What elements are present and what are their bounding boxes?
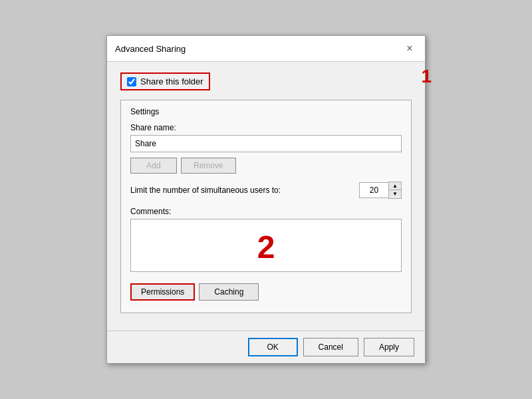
annotation-1: 1 <box>421 66 432 87</box>
caching-button[interactable]: Caching <box>199 283 259 301</box>
share-folder-row: Share this folder 1 <box>120 72 412 90</box>
user-limit-input[interactable] <box>359 182 388 198</box>
share-folder-text: Share this folder <box>140 76 203 86</box>
remove-button[interactable]: Remove <box>181 158 236 174</box>
dialog-title: Advanced Sharing <box>115 44 186 54</box>
share-name-label: Share name: <box>130 123 402 132</box>
comments-area: 2 <box>130 219 402 274</box>
apply-button[interactable]: Apply <box>364 338 414 356</box>
add-remove-row: Add Remove <box>130 158 402 174</box>
advanced-sharing-dialog: Advanced Sharing × Share this folder 1 S… <box>106 35 426 364</box>
dialog-footer: OK Cancel Apply <box>107 331 425 363</box>
spinner-down-button[interactable]: ▼ <box>389 190 401 198</box>
comments-label: Comments: <box>130 207 402 216</box>
add-button[interactable]: Add <box>130 158 177 174</box>
permissions-button[interactable]: Permissions <box>130 283 195 301</box>
spinner-up-button[interactable]: ▲ <box>389 182 401 190</box>
comments-textarea[interactable] <box>130 219 402 272</box>
ok-button[interactable]: OK <box>248 338 298 356</box>
limit-row: Limit the number of simultaneous users t… <box>130 182 402 199</box>
dialog-body: Share this folder 1 Settings Share name:… <box>107 62 425 331</box>
user-limit-spinner: ▲ ▼ <box>359 182 402 199</box>
limit-label: Limit the number of simultaneous users t… <box>130 186 281 195</box>
title-bar: Advanced Sharing × <box>107 36 425 62</box>
settings-legend: Settings <box>130 107 402 116</box>
share-name-input[interactable] <box>130 135 402 152</box>
share-folder-label[interactable]: Share this folder <box>120 72 210 90</box>
close-button[interactable]: × <box>402 41 417 56</box>
perms-caching-row: Permissions Caching <box>130 283 402 301</box>
settings-group: Settings Share name: Add Remove Limit th… <box>120 100 412 313</box>
spinner-buttons: ▲ ▼ <box>388 182 402 199</box>
cancel-button[interactable]: Cancel <box>303 338 358 356</box>
share-folder-checkbox[interactable] <box>127 77 136 86</box>
